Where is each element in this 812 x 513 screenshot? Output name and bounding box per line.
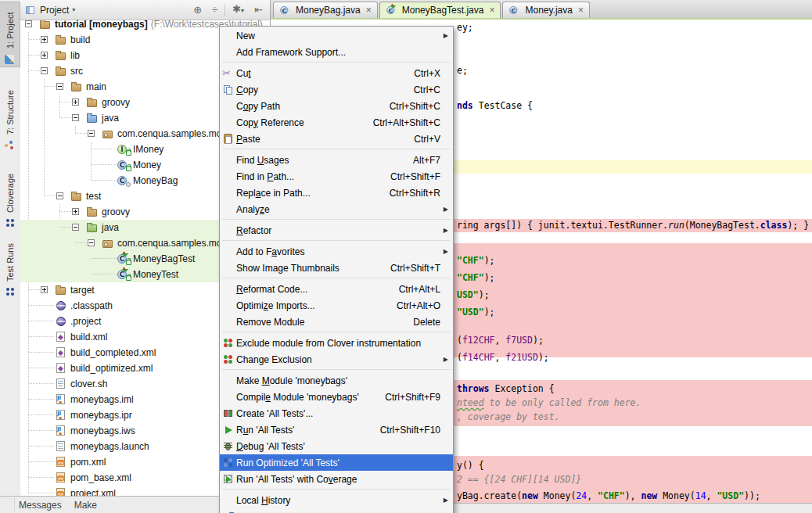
lock-overlay-icon (126, 275, 131, 281)
run-icon (222, 424, 235, 436)
tree-expander-expand[interactable] (41, 286, 48, 293)
menu-item[interactable]: Analyze▶ (220, 201, 453, 217)
tree-expander-collapse[interactable] (88, 239, 95, 246)
tool-window-button-messages[interactable]: Messages (19, 500, 62, 511)
tree-row-label: moneybags.iws (70, 423, 135, 439)
menu-item[interactable]: Run Optimized 'All Tests' (220, 454, 453, 471)
menu-separator (220, 239, 453, 243)
menu-item-label: Paste (236, 134, 400, 145)
close-icon[interactable]: × (366, 5, 372, 15)
menu-item-shortcut: Delete (413, 317, 440, 328)
hide-panel-icon[interactable]: ⇤ (251, 5, 266, 15)
project-view-selector[interactable]: Project ▾ (24, 4, 75, 16)
menu-item[interactable]: Synchronize 'tutorial' (220, 508, 453, 513)
stripe-tab-1-project[interactable]: 1: Project (0, 2, 20, 67)
tree-expander-collapse[interactable] (88, 130, 95, 137)
stripe-tab-7-structure[interactable]: 7: Structure (0, 74, 20, 154)
stripe-tab-test-runs[interactable]: Test Runs (0, 234, 20, 301)
code-line-fragment: USD"); (457, 289, 490, 300)
tree-expander-collapse[interactable] (72, 224, 79, 231)
menu-item[interactable]: Find in Path...Ctrl+Shift+F (220, 168, 453, 185)
menu-item[interactable]: Copy ReferenceCtrl+Alt+Shift+C (220, 114, 453, 131)
menu-item[interactable]: Make Module 'moneybags' (220, 372, 453, 389)
menu-item[interactable]: Compile Module 'moneybags'Ctrl+Shift+F9 (220, 389, 453, 405)
menu-item[interactable]: Add to Favorites▶ (220, 243, 453, 260)
debug-icon (222, 440, 235, 453)
menu-item[interactable]: Reformat Code...Ctrl+Alt+L (220, 281, 453, 297)
tree-row-label: java (102, 220, 119, 235)
menu-item[interactable]: Create 'All Tests'... (220, 405, 453, 422)
tool-window-button-make[interactable]: Make (74, 500, 97, 511)
folder-icon (55, 284, 67, 296)
tree-expander-expand[interactable] (41, 52, 48, 59)
menu-item-icon-slot (222, 473, 236, 486)
folder-icon (70, 81, 83, 93)
settings-gear-icon[interactable]: ✱▾ (229, 4, 247, 16)
tree-expander-collapse[interactable] (25, 20, 32, 27)
menu-item[interactable]: Debug 'All Tests' (220, 438, 453, 454)
close-icon[interactable]: × (578, 5, 584, 15)
tree-row-label: clover.sh (70, 376, 107, 392)
tree-expander-expand[interactable] (72, 208, 79, 215)
folder-icon (70, 190, 83, 203)
file-icon (55, 440, 67, 453)
sphere-icon (55, 300, 67, 312)
tree-row-label: build_optimized.xml (70, 361, 153, 376)
menu-item[interactable]: Add Framework Support... (220, 44, 453, 60)
tree-expander-expand[interactable] (72, 99, 79, 106)
sphere-icon (55, 315, 67, 328)
code-line-fragment: ey; (457, 22, 473, 33)
menu-item[interactable]: Replace in Path...Ctrl+Shift+R (220, 185, 453, 201)
idea-file-icon (55, 409, 67, 422)
tree-expander-collapse[interactable] (41, 67, 48, 74)
ant-icon (55, 346, 67, 359)
menu-item[interactable]: Run 'All Tests' with Coverage (220, 471, 453, 487)
menu-item[interactable]: Run 'All Tests'Ctrl+Shift+F10 (220, 422, 453, 438)
menu-item-label: Optimize Imports... (236, 300, 383, 311)
editor-tab[interactable]: MoneyBag.java× (273, 2, 378, 18)
menu-item[interactable]: CopyCtrl+C (220, 81, 453, 98)
interface-icon (117, 143, 130, 156)
menu-item[interactable]: Change Exclusion▶ (220, 351, 453, 368)
tree-expander-collapse[interactable] (56, 83, 63, 90)
panel-title: Project (40, 5, 69, 16)
stripe-tab-cloverage[interactable]: Cloverage (0, 160, 20, 232)
menu-item[interactable]: Optimize Imports...Ctrl+Alt+O (220, 297, 453, 314)
tree-guide-line (28, 414, 55, 415)
idea-file-icon (55, 393, 67, 406)
menu-item-label: Make Module 'moneybags' (236, 375, 440, 386)
close-icon[interactable]: × (489, 5, 494, 15)
menu-item-label: Local History (236, 495, 440, 506)
menu-item[interactable]: Refactor▶ (220, 222, 453, 239)
menu-item[interactable]: Exclude module from Clover instrumentati… (220, 335, 453, 351)
editor-tab[interactable]: Money.java× (502, 2, 590, 18)
editor-tab[interactable]: MoneyBagTest.java× (379, 2, 501, 18)
menu-item-label: Copy (236, 84, 400, 95)
code-line-fragment: throws Exception { (457, 383, 555, 394)
submenu-arrow-icon: ▶ (440, 248, 448, 255)
menu-item-icon-slot (222, 511, 236, 513)
menu-separator (220, 487, 453, 492)
tree-expander-collapse[interactable] (72, 114, 79, 121)
menu-item[interactable]: Show Image ThumbnailsCtrl+Shift+T (220, 260, 453, 276)
menu-item[interactable]: New▶ (220, 27, 453, 44)
tree-row-label: moneybags.launch (70, 439, 149, 454)
menu-item[interactable]: PasteCtrl+V (220, 131, 453, 147)
ant-icon (55, 331, 67, 343)
menu-item[interactable]: Copy PathCtrl+Shift+C (220, 98, 453, 114)
menu-item[interactable]: Find UsagesAlt+F7 (220, 152, 453, 168)
tree-expander-expand[interactable] (41, 36, 48, 43)
menu-item[interactable]: Local History▶ (220, 492, 453, 508)
menu-item[interactable]: CutCtrl+X (220, 65, 453, 81)
menu-item[interactable]: Remove ModuleDelete (220, 314, 453, 330)
tree-expander-collapse[interactable] (56, 192, 63, 199)
menu-item-label: Create 'All Tests'... (236, 408, 440, 419)
menu-item-icon-slot (222, 457, 236, 469)
collapse-all-icon[interactable]: ÷ (209, 5, 221, 15)
locate-icon[interactable]: ⊕ (190, 5, 205, 15)
class-icon (117, 159, 130, 171)
tree-row-label: target (70, 282, 95, 298)
menu-item-label: Reformat Code... (236, 284, 385, 295)
code-line-fragment: y() { (457, 460, 484, 471)
project-panel-header: Project ▾ ⊕ ÷ ✱▾ ⇤ (20, 0, 270, 20)
